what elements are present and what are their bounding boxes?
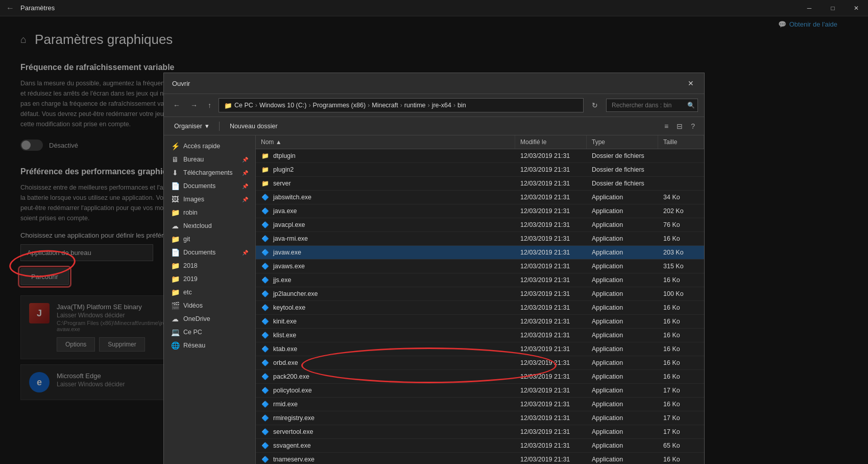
file-row[interactable]: 🔷 javaws.exe 12/03/2019 21:31 Applicatio… xyxy=(256,260,704,273)
sidebar-item-documents2[interactable]: 📄 Documents 📌 xyxy=(164,246,255,259)
file-name-text: rmiregistry.exe xyxy=(273,414,315,422)
file-cell-type: Application xyxy=(587,315,658,328)
view-help-btn[interactable]: ? xyxy=(688,121,698,131)
breadcrumb-cepc[interactable]: Ce PC xyxy=(234,102,253,109)
file-row[interactable]: 📁 dtplugin 12/03/2019 21:31 Dossier de f… xyxy=(256,149,704,163)
file-row[interactable]: 🔷 jjs.exe 12/03/2019 21:31 Application 1… xyxy=(256,273,704,287)
file-row[interactable]: 📁 server 12/03/2019 21:31 Dossier de fic… xyxy=(256,177,704,191)
file-cell-date: 12/03/2019 21:31 xyxy=(515,177,587,190)
file-row[interactable]: 🔷 klist.exe 12/03/2019 21:31 Application… xyxy=(256,329,704,342)
nextcloud-icon: ☁ xyxy=(171,222,179,230)
sidebar-item-git[interactable]: 📁 git xyxy=(164,233,255,246)
file-name-text: pack200.exe xyxy=(273,373,309,380)
breadcrumb-programmes[interactable]: Programmes (x86) xyxy=(313,102,366,109)
file-row[interactable]: 🔷 javaw.exe 12/03/2019 21:31 Application… xyxy=(256,246,704,260)
bureau-pinned-icon: 📌 xyxy=(242,157,248,163)
file-row[interactable]: 🔷 ktab.exe 12/03/2019 21:31 Application … xyxy=(256,342,704,356)
view-list-btn[interactable]: ≡ xyxy=(661,121,671,131)
file-row[interactable]: 🔷 jabswitch.exe 12/03/2019 21:31 Applica… xyxy=(256,191,704,204)
view-details-btn[interactable]: ⊟ xyxy=(673,121,686,131)
file-name-text: ktab.exe xyxy=(273,345,297,353)
titlebar-back-btn[interactable]: ← xyxy=(6,4,14,13)
file-name-text: javaws.exe xyxy=(273,263,305,270)
sidebar-item-bureau[interactable]: 🖥 Bureau 📌 xyxy=(164,153,255,166)
exe-icon: 🔷 xyxy=(261,207,269,215)
file-cell-name: 🔷 ktab.exe xyxy=(256,342,515,356)
breadcrumb-minecraft[interactable]: Minecraft xyxy=(372,102,398,109)
telechargements-pinned-icon: 📌 xyxy=(242,170,248,176)
file-cell-date: 12/03/2019 21:31 xyxy=(515,384,587,397)
open-dialog: Ouvrir ✕ ← → ↑ 📁 Ce PC › Windows 10 (C:)… xyxy=(163,73,705,464)
file-cell-name: 🔷 java-rmi.exe xyxy=(256,232,515,245)
sidebar-item-videos[interactable]: 🎬 Vidéos xyxy=(164,299,255,312)
file-row[interactable]: 🔷 policytool.exe 12/03/2019 21:31 Applic… xyxy=(256,384,704,398)
new-folder-btn[interactable]: Nouveau dossier xyxy=(226,121,282,132)
file-cell-date: 12/03/2019 21:31 xyxy=(515,357,587,369)
sidebar-item-onedrive[interactable]: ☁ OneDrive xyxy=(164,312,255,326)
file-name-text: jp2launcher.exe xyxy=(273,290,318,297)
breadcrumb-bar[interactable]: 📁 Ce PC › Windows 10 (C:) › Programmes (… xyxy=(219,98,584,112)
sidebar-item-quickaccess[interactable]: ⚡ Accès rapide xyxy=(164,140,255,153)
nav-up-btn[interactable]: ↑ xyxy=(205,100,214,110)
breadcrumb-windows[interactable]: Windows 10 (C:) xyxy=(259,102,306,109)
sidebar-item-2019[interactable]: 📁 2019 xyxy=(164,272,255,286)
file-row[interactable]: 🔷 java-rmi.exe 12/03/2019 21:31 Applicat… xyxy=(256,232,704,246)
file-cell-type: Application xyxy=(587,412,658,424)
file-cell-date: 12/03/2019 21:31 xyxy=(515,191,587,203)
sidebar-item-documents[interactable]: 📄 Documents 📌 xyxy=(164,179,255,193)
exe-icon: 🔷 xyxy=(261,304,269,312)
sidebar-item-telechargements[interactable]: ⬇ Téléchargements 📌 xyxy=(164,166,255,179)
file-row[interactable]: 🔷 pack200.exe 12/03/2019 21:31 Applicati… xyxy=(256,370,704,384)
exe-icon: 🔷 xyxy=(261,455,269,463)
file-row[interactable]: 🔷 servertool.exe 12/03/2019 21:31 Applic… xyxy=(256,425,704,439)
organize-btn[interactable]: Organiser ▾ xyxy=(170,120,213,132)
sidebar-item-cepc[interactable]: 💻 Ce PC xyxy=(164,326,255,339)
toolbar-view-btns: ≡ ⊟ ? xyxy=(661,121,698,131)
close-btn[interactable]: ✕ xyxy=(845,0,868,16)
maximize-btn[interactable]: □ xyxy=(821,0,845,16)
sidebar-item-robin[interactable]: 📁 robin xyxy=(164,206,255,219)
col-header-type[interactable]: Type xyxy=(587,135,658,149)
dialog-close-btn[interactable]: ✕ xyxy=(686,78,696,88)
col-header-size[interactable]: Taille xyxy=(658,135,704,149)
refresh-btn[interactable]: ↻ xyxy=(588,100,602,110)
file-cell-size xyxy=(658,181,704,186)
file-row[interactable]: 🔷 javacpl.exe 12/03/2019 21:31 Applicati… xyxy=(256,218,704,232)
titlebar: ← Paramètres ─ □ ✕ xyxy=(0,0,868,16)
search-input[interactable] xyxy=(606,99,698,112)
file-row[interactable]: 🔷 rmid.exe 12/03/2019 21:31 Application … xyxy=(256,398,704,411)
file-name-text: keytool.exe xyxy=(273,304,305,311)
sidebar-item-etc[interactable]: 📁 etc xyxy=(164,286,255,299)
sidebar-label-documents2: Documents xyxy=(183,249,215,256)
breadcrumb-runtime[interactable]: runtime xyxy=(404,102,426,109)
file-cell-type: Application xyxy=(587,343,658,355)
file-row[interactable]: 🔷 rmiregistry.exe 12/03/2019 21:31 Appli… xyxy=(256,411,704,425)
sidebar-item-reseau[interactable]: 🌐 Réseau xyxy=(164,339,255,352)
breadcrumb-bin[interactable]: bin xyxy=(457,102,466,109)
sidebar-item-images[interactable]: 🖼 Images 📌 xyxy=(164,193,255,206)
file-cell-date: 12/03/2019 21:31 xyxy=(515,343,587,355)
organize-arrow-icon: ▾ xyxy=(205,122,209,130)
breadcrumb-jre[interactable]: jre-x64 xyxy=(432,102,451,109)
file-row[interactable]: 🔷 keytool.exe 12/03/2019 21:31 Applicati… xyxy=(256,301,704,315)
sidebar-item-nextcloud[interactable]: ☁ Nextcloud xyxy=(164,219,255,233)
file-cell-name: 🔷 servertool.exe xyxy=(256,425,515,438)
file-row[interactable]: 🔷 ssvagent.exe 12/03/2019 21:31 Applicat… xyxy=(256,439,704,453)
git-icon: 📁 xyxy=(171,235,179,243)
file-row[interactable]: 🔷 jp2launcher.exe 12/03/2019 21:31 Appli… xyxy=(256,287,704,301)
file-row[interactable]: 📁 plugin2 12/03/2019 21:31 Dossier de fi… xyxy=(256,163,704,177)
nav-back-btn[interactable]: ← xyxy=(170,100,183,110)
sidebar-item-2018[interactable]: 📁 2018 xyxy=(164,259,255,272)
file-cell-type: Application xyxy=(587,357,658,369)
file-row[interactable]: 🔷 kinit.exe 12/03/2019 21:31 Application… xyxy=(256,315,704,329)
col-header-name[interactable]: Nom ▲ xyxy=(256,135,515,149)
minimize-btn[interactable]: ─ xyxy=(798,0,821,16)
nav-forward-btn[interactable]: → xyxy=(187,100,201,110)
col-header-date[interactable]: Modifié le xyxy=(515,135,587,149)
file-cell-name: 🔷 policytool.exe xyxy=(256,384,515,397)
file-name-text: orbd.exe xyxy=(273,359,298,366)
file-row[interactable]: 🔷 tnameserv.exe 12/03/2019 21:31 Applica… xyxy=(256,453,704,464)
file-row[interactable]: 🔷 java.exe 12/03/2019 21:31 Application … xyxy=(256,204,704,218)
file-cell-name: 🔷 rmiregistry.exe xyxy=(256,411,515,425)
file-row[interactable]: 🔷 orbd.exe 12/03/2019 21:31 Application … xyxy=(256,356,704,370)
